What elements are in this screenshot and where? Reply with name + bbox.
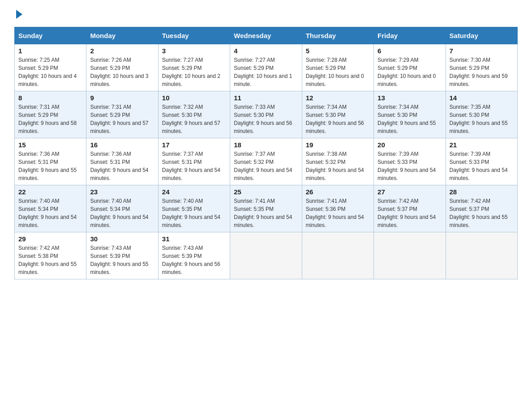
day-info: Sunrise: 7:37 AMSunset: 5:32 PMDaylight:… xyxy=(234,150,298,182)
day-number: 9 xyxy=(90,94,154,102)
calendar-cell: 15Sunrise: 7:36 AMSunset: 5:31 PMDayligh… xyxy=(15,138,86,185)
calendar-cell: 31Sunrise: 7:43 AMSunset: 5:39 PMDayligh… xyxy=(158,232,230,279)
day-number: 19 xyxy=(306,141,370,149)
calendar-cell: 11Sunrise: 7:33 AMSunset: 5:30 PMDayligh… xyxy=(230,91,302,138)
day-number: 8 xyxy=(18,94,82,102)
calendar-cell: 26Sunrise: 7:41 AMSunset: 5:36 PMDayligh… xyxy=(302,185,373,232)
calendar-cell: 29Sunrise: 7:42 AMSunset: 5:38 PMDayligh… xyxy=(15,232,86,279)
calendar-cell: 3Sunrise: 7:27 AMSunset: 5:29 PMDaylight… xyxy=(158,44,230,91)
header-friday: Friday xyxy=(374,27,446,44)
calendar-cell: 5Sunrise: 7:28 AMSunset: 5:29 PMDaylight… xyxy=(302,44,373,91)
header-wednesday: Wednesday xyxy=(230,27,302,44)
calendar-cell: 18Sunrise: 7:37 AMSunset: 5:32 PMDayligh… xyxy=(230,138,302,185)
day-info: Sunrise: 7:40 AMSunset: 5:34 PMDaylight:… xyxy=(18,197,82,229)
day-number: 16 xyxy=(90,141,154,149)
calendar-cell xyxy=(446,232,517,279)
day-number: 3 xyxy=(162,47,226,55)
day-info: Sunrise: 7:27 AMSunset: 5:29 PMDaylight:… xyxy=(162,56,226,88)
calendar-week-row: 8Sunrise: 7:31 AMSunset: 5:29 PMDaylight… xyxy=(15,91,518,138)
day-info: Sunrise: 7:39 AMSunset: 5:33 PMDaylight:… xyxy=(378,150,442,182)
calendar-cell: 12Sunrise: 7:34 AMSunset: 5:30 PMDayligh… xyxy=(302,91,373,138)
day-info: Sunrise: 7:26 AMSunset: 5:29 PMDaylight:… xyxy=(90,56,154,88)
calendar-cell: 25Sunrise: 7:41 AMSunset: 5:35 PMDayligh… xyxy=(230,185,302,232)
day-number: 27 xyxy=(378,188,442,196)
calendar-cell xyxy=(302,232,373,279)
calendar-cell: 22Sunrise: 7:40 AMSunset: 5:34 PMDayligh… xyxy=(15,185,86,232)
day-info: Sunrise: 7:34 AMSunset: 5:30 PMDaylight:… xyxy=(306,103,370,135)
day-number: 24 xyxy=(162,188,226,196)
calendar-cell: 27Sunrise: 7:42 AMSunset: 5:37 PMDayligh… xyxy=(374,185,446,232)
day-info: Sunrise: 7:32 AMSunset: 5:30 PMDaylight:… xyxy=(162,103,226,135)
day-info: Sunrise: 7:30 AMSunset: 5:29 PMDaylight:… xyxy=(450,56,514,88)
header-tuesday: Tuesday xyxy=(158,27,230,44)
calendar-cell: 4Sunrise: 7:27 AMSunset: 5:29 PMDaylight… xyxy=(230,44,302,91)
logo-blue-text xyxy=(14,11,22,19)
calendar-cell: 16Sunrise: 7:36 AMSunset: 5:31 PMDayligh… xyxy=(86,138,158,185)
day-info: Sunrise: 7:25 AMSunset: 5:29 PMDaylight:… xyxy=(18,56,82,88)
day-number: 13 xyxy=(378,94,442,102)
calendar-cell xyxy=(374,232,446,279)
day-number: 22 xyxy=(18,188,82,196)
calendar-cell: 19Sunrise: 7:38 AMSunset: 5:32 PMDayligh… xyxy=(302,138,373,185)
day-number: 4 xyxy=(234,47,298,55)
day-info: Sunrise: 7:31 AMSunset: 5:29 PMDaylight:… xyxy=(90,103,154,135)
calendar-cell: 17Sunrise: 7:37 AMSunset: 5:31 PMDayligh… xyxy=(158,138,230,185)
day-info: Sunrise: 7:36 AMSunset: 5:31 PMDaylight:… xyxy=(18,150,82,182)
logo xyxy=(14,11,22,19)
calendar-cell: 23Sunrise: 7:40 AMSunset: 5:34 PMDayligh… xyxy=(86,185,158,232)
day-number: 7 xyxy=(450,47,514,55)
calendar-cell: 24Sunrise: 7:40 AMSunset: 5:35 PMDayligh… xyxy=(158,185,230,232)
calendar-header-row: SundayMondayTuesdayWednesdayThursdayFrid… xyxy=(15,27,518,44)
day-number: 12 xyxy=(306,94,370,102)
calendar-cell: 21Sunrise: 7:39 AMSunset: 5:33 PMDayligh… xyxy=(446,138,517,185)
day-number: 20 xyxy=(378,141,442,149)
day-info: Sunrise: 7:27 AMSunset: 5:29 PMDaylight:… xyxy=(234,56,298,88)
day-number: 5 xyxy=(306,47,370,55)
day-info: Sunrise: 7:28 AMSunset: 5:29 PMDaylight:… xyxy=(306,56,370,88)
day-info: Sunrise: 7:43 AMSunset: 5:39 PMDaylight:… xyxy=(162,244,226,276)
header-saturday: Saturday xyxy=(446,27,517,44)
header-sunday: Sunday xyxy=(15,27,86,44)
calendar-cell xyxy=(230,232,302,279)
day-number: 14 xyxy=(450,94,514,102)
day-info: Sunrise: 7:33 AMSunset: 5:30 PMDaylight:… xyxy=(234,103,298,135)
calendar-table: SundayMondayTuesdayWednesdayThursdayFrid… xyxy=(14,27,518,279)
day-info: Sunrise: 7:42 AMSunset: 5:37 PMDaylight:… xyxy=(378,197,442,229)
calendar-cell: 8Sunrise: 7:31 AMSunset: 5:29 PMDaylight… xyxy=(15,91,86,138)
day-number: 15 xyxy=(18,141,82,149)
day-info: Sunrise: 7:40 AMSunset: 5:34 PMDaylight:… xyxy=(90,197,154,229)
day-number: 17 xyxy=(162,141,226,149)
day-number: 26 xyxy=(306,188,370,196)
day-number: 18 xyxy=(234,141,298,149)
header-monday: Monday xyxy=(86,27,158,44)
calendar-cell: 20Sunrise: 7:39 AMSunset: 5:33 PMDayligh… xyxy=(374,138,446,185)
day-info: Sunrise: 7:41 AMSunset: 5:35 PMDaylight:… xyxy=(234,197,298,229)
day-number: 1 xyxy=(18,47,82,55)
calendar-cell: 2Sunrise: 7:26 AMSunset: 5:29 PMDaylight… xyxy=(86,44,158,91)
day-info: Sunrise: 7:43 AMSunset: 5:39 PMDaylight:… xyxy=(90,244,154,276)
day-number: 31 xyxy=(162,235,226,243)
calendar-cell: 9Sunrise: 7:31 AMSunset: 5:29 PMDaylight… xyxy=(86,91,158,138)
calendar-week-row: 15Sunrise: 7:36 AMSunset: 5:31 PMDayligh… xyxy=(15,138,518,185)
day-info: Sunrise: 7:42 AMSunset: 5:37 PMDaylight:… xyxy=(450,197,514,229)
day-info: Sunrise: 7:29 AMSunset: 5:29 PMDaylight:… xyxy=(378,56,442,88)
logo-arrow-icon xyxy=(16,10,22,19)
day-number: 28 xyxy=(450,188,514,196)
calendar-cell: 30Sunrise: 7:43 AMSunset: 5:39 PMDayligh… xyxy=(86,232,158,279)
day-number: 29 xyxy=(18,235,82,243)
day-info: Sunrise: 7:35 AMSunset: 5:30 PMDaylight:… xyxy=(450,103,514,135)
header-thursday: Thursday xyxy=(302,27,373,44)
calendar-cell: 1Sunrise: 7:25 AMSunset: 5:29 PMDaylight… xyxy=(15,44,86,91)
calendar-cell: 7Sunrise: 7:30 AMSunset: 5:29 PMDaylight… xyxy=(446,44,517,91)
day-info: Sunrise: 7:34 AMSunset: 5:30 PMDaylight:… xyxy=(378,103,442,135)
day-info: Sunrise: 7:36 AMSunset: 5:31 PMDaylight:… xyxy=(90,150,154,182)
day-info: Sunrise: 7:42 AMSunset: 5:38 PMDaylight:… xyxy=(18,244,82,276)
calendar-cell: 13Sunrise: 7:34 AMSunset: 5:30 PMDayligh… xyxy=(374,91,446,138)
day-info: Sunrise: 7:37 AMSunset: 5:31 PMDaylight:… xyxy=(162,150,226,182)
page-header xyxy=(14,11,518,19)
day-info: Sunrise: 7:41 AMSunset: 5:36 PMDaylight:… xyxy=(306,197,370,229)
day-info: Sunrise: 7:39 AMSunset: 5:33 PMDaylight:… xyxy=(450,150,514,182)
day-number: 21 xyxy=(450,141,514,149)
calendar-cell: 14Sunrise: 7:35 AMSunset: 5:30 PMDayligh… xyxy=(446,91,517,138)
calendar-week-row: 29Sunrise: 7:42 AMSunset: 5:38 PMDayligh… xyxy=(15,232,518,279)
